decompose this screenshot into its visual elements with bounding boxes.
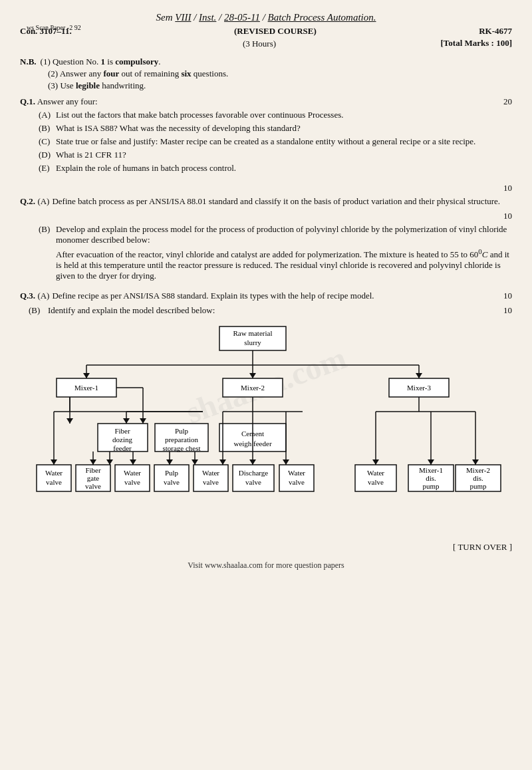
svg-marker-4	[83, 373, 90, 378]
q1-marks: 20	[492, 96, 512, 107]
hours: (3 Hours)	[243, 39, 276, 49]
mixer2-label: Mixer-2	[241, 384, 265, 392]
svg-marker-15	[66, 418, 73, 424]
water-valve1-label1: Water	[45, 469, 63, 477]
website-footer: Visit www.shaalaa.com for more question …	[20, 561, 512, 571]
mixer2-dis-label2: dis.	[473, 474, 483, 482]
water-valve3-label1: Water	[202, 469, 219, 477]
svg-marker-8	[416, 373, 422, 378]
q3b-marks: 10	[492, 305, 512, 316]
nb-item-2: (2) Answer any four out of remaining six…	[48, 68, 228, 79]
svg-marker-37	[219, 459, 226, 465]
pulp-prep-label3: storage chest	[162, 444, 200, 452]
mixer1-label: Mixer-1	[74, 384, 98, 392]
q3b-row: (B) Identify and explain the model descr…	[20, 305, 512, 316]
pulp-valve-label2: valve	[164, 478, 180, 486]
svg-marker-42	[249, 459, 256, 465]
fiber-dozing-label2: dozing	[112, 436, 132, 444]
mixer2-dis-label1: Mixer-2	[466, 466, 490, 474]
nb-item-3: (3) Use legible handwriting.	[48, 80, 146, 91]
revised-course: (REVISED COURSE)	[72, 26, 479, 37]
pulp-prep-label1: Pulp	[175, 427, 189, 435]
svg-marker-40	[283, 459, 289, 465]
svg-marker-27	[106, 459, 113, 465]
q1c: (C) State true or false and justify: Mas…	[39, 136, 512, 147]
footer: [ TURN OVER ]	[20, 542, 512, 553]
fiber-gate-label2: gate	[87, 474, 99, 482]
svg-marker-64	[51, 459, 57, 465]
q2a: Q.2. (A) Define batch process as per ANS…	[20, 196, 512, 207]
fiber-dozing-label3: feeder	[113, 444, 132, 452]
water-valve5-label2: valve	[368, 478, 384, 486]
q1a: (A) List out the factors that make batch…	[39, 110, 512, 120]
svg-marker-22	[140, 418, 146, 424]
nb-item-1: (1) Question No. 1 is compulsory.	[41, 57, 161, 67]
q3a: Q.3. (A) Define recipe as per ANSI/ISA S…	[20, 291, 512, 301]
q2a-marks: 10	[492, 183, 512, 193]
raw-material-label: Raw material	[233, 329, 273, 337]
q1e: (E) Explain the role of humans in batch …	[39, 163, 512, 174]
svg-marker-48	[428, 459, 434, 465]
question-3: Q.3. (A) Define recipe as per ANSI/ISA S…	[20, 291, 512, 316]
question-2: 10 Q.2. (A) Define batch process as per …	[20, 183, 512, 281]
q1d: (D) What is 21 CFR 11?	[39, 150, 512, 160]
flowchart-diagram: Raw material slurry Mixer-1 Mixer-2 Mix	[23, 325, 509, 531]
raw-material-label2: slurry	[244, 338, 261, 346]
svg-marker-46	[372, 459, 379, 465]
turn-over: [ TURN OVER ]	[453, 542, 512, 553]
discharge-label1: Discharge	[239, 469, 269, 477]
question-1: Q.1. Answer any four: 20 (A) List out th…	[20, 96, 512, 174]
q1b: (B) What is ISA S88? What was the necess…	[39, 123, 512, 134]
water-valve3-label2: valve	[203, 478, 219, 486]
total-marks: [Total Marks : 100]	[419, 38, 512, 49]
pulp-valve-label1: Pulp	[165, 469, 179, 477]
water-valve4-label2: valve	[289, 478, 305, 486]
water-valve1-label2: valve	[46, 478, 62, 486]
water-valve2-label2: valve	[124, 478, 140, 486]
fiber-dozing-label1: Fiber	[114, 427, 130, 435]
water-valve4-label1: Water	[288, 469, 305, 477]
nb-section: N.B. (1) Question No. 1 is compulsory. (…	[20, 57, 512, 91]
fiber-gate-label1: Fiber	[85, 466, 101, 474]
q1-preamble: Q.1. Answer any four:	[20, 96, 492, 107]
svg-marker-20	[123, 418, 130, 424]
svg-marker-33	[192, 459, 198, 465]
mixer3-label: Mixer-3	[407, 384, 431, 392]
q3a-marks: 10	[492, 291, 512, 301]
mixer1-dis-label2: dis.	[426, 474, 436, 482]
scan-label: ws Scan Paper -2 92	[27, 24, 81, 31]
handwritten-header: Sem VIII / Inst. / 28-05-11 / Batch Proc…	[20, 12, 512, 23]
rk-number: RK-4677	[479, 26, 512, 37]
fiber-gate-label3: valve	[85, 482, 101, 490]
pulp-prep-label2: preparation	[165, 436, 199, 444]
q2b-marks: 10	[492, 211, 512, 221]
water-valve5-label1: Water	[367, 469, 384, 477]
svg-marker-31	[166, 459, 173, 465]
mixer1-dis-label1: Mixer-1	[419, 466, 443, 474]
q2b: (B) Develop and explain the process mode…	[39, 224, 512, 281]
svg-marker-6	[249, 373, 256, 378]
svg-marker-66	[90, 459, 96, 465]
mixer2-dis-label3: pump	[469, 482, 487, 490]
nb-title: N.B.	[20, 57, 37, 67]
water-valve2-label1: Water	[124, 469, 141, 477]
discharge-label2: valve	[245, 478, 261, 486]
svg-marker-50	[472, 459, 479, 465]
mixer1-dis-label3: pump	[422, 482, 440, 490]
svg-marker-29	[130, 459, 136, 465]
